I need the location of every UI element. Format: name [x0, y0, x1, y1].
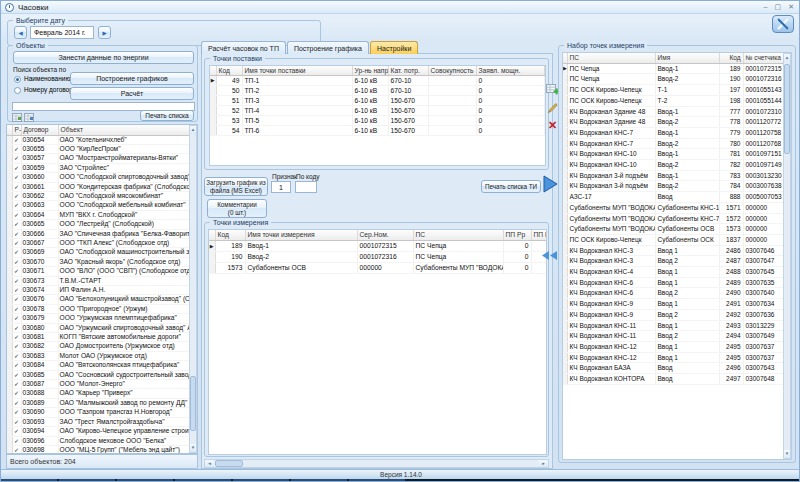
object-row[interactable]: ✓030684ОАО "Вятскополянская птицефабрика… — [7, 361, 191, 370]
object-row[interactable]: ✓030693ЗАО "Трест Ямалстройгаздобыча" — [7, 417, 191, 426]
object-row[interactable]: ✓030661ООО "Кондитерская фабрика" (Слобо… — [7, 182, 191, 191]
object-row[interactable]: ✓030687ООО "Молот-Энерго" — [7, 380, 191, 389]
object-row[interactable]: ✓030688ОАО "Карьер "Приверх" — [7, 389, 191, 398]
grid-small-icon-1[interactable] — [12, 113, 22, 122]
set-row[interactable]: КЧ Водоканал КОНТОРАВвод249703007648 — [563, 374, 785, 385]
calc-button[interactable]: Расчёт — [70, 87, 194, 100]
minimize-icon[interactable]: – — [764, 1, 768, 13]
col-aggregate[interactable]: Совокупность — [428, 66, 476, 76]
priznak-input[interactable]: 1 — [271, 181, 291, 193]
scroll-down-icon[interactable]: ▼ — [190, 444, 196, 452]
set-row[interactable]: КЧ Водоканал КНС-6Ввод 2249003007640 — [563, 288, 785, 299]
object-row[interactable]: ✓030674ИП Фалин А.Н. — [7, 286, 191, 295]
set-row[interactable]: КЧ Водоканал КНС-10Ввод-27820001097149 — [563, 160, 785, 171]
measure-header-row[interactable]: Код Имя точки измерения Сер.Ном. ПС ПП Р… — [209, 230, 547, 241]
tab-build-graph[interactable]: Построение графика — [287, 41, 369, 54]
col-pp-rr[interactable]: ПП Рр — [503, 230, 531, 241]
tab-calc-hours[interactable]: Расчёт часовок по ТП — [201, 41, 286, 54]
load-graph-button[interactable]: Загрузить график из файла (MS Excel) — [204, 177, 268, 196]
build-graphs-button[interactable]: Построение графиков — [70, 72, 194, 85]
col-contract[interactable]: Договор — [21, 125, 58, 135]
object-row[interactable]: ✓030679ООО "Уржумская племптицефабрика" — [7, 314, 191, 323]
object-row[interactable]: ✓030678ООО "Пригородное" (Уржум) — [7, 304, 191, 313]
set-row[interactable]: КЧ Водоканал КНС-11Ввод 1249303013229 — [563, 320, 785, 331]
set-row[interactable]: АЗС-17Ввод8880005007053 — [563, 192, 785, 203]
tools-button[interactable] — [772, 15, 794, 33]
col-code[interactable]: Код — [216, 66, 242, 76]
set-row[interactable]: КЧ Водоканал КНС-4Ввод 1248803007645 — [563, 267, 785, 278]
object-row[interactable]: ✓030654ОАО "Котельничхлеб" — [7, 135, 191, 144]
object-row[interactable]: ✓030664МУП "ВКХ г. Слободской" — [7, 210, 191, 219]
scroll-up-icon[interactable]: ▲ — [784, 54, 790, 62]
supply-row[interactable]: ▶49ТП-16-10 кВ670-100 — [210, 76, 545, 86]
print-list-button[interactable]: Печать списка — [140, 110, 194, 121]
object-row[interactable]: ✓030689ОАО "Малмыжский завод по ремонту … — [7, 398, 191, 407]
object-row[interactable]: ✓030662ОАО "Слободской мясокомбинат" — [7, 191, 191, 200]
object-row[interactable]: ✓030655ООО "КирЛесПром" — [7, 144, 191, 153]
col-name[interactable]: Имя — [655, 53, 719, 63]
object-row[interactable]: ✓030671ООО "ВЛО" (ООО "СВП") (Слободское… — [7, 267, 191, 276]
col-checked[interactable]: Р-т — [12, 125, 21, 135]
tab-settings[interactable]: Настройки — [370, 41, 418, 54]
object-row[interactable]: ✓030670ЗАО "Красный якорь" (Слободское о… — [7, 257, 191, 266]
col-ps[interactable]: ПС — [413, 230, 503, 241]
comments-button[interactable]: Комментарии (0 шт.) — [207, 199, 267, 218]
set-row[interactable]: КЧ Водоканал КНС-11Ввод 2249403007649 — [563, 331, 785, 342]
supply-row[interactable]: 53ТП-56-10 кВ150-6700 — [210, 116, 545, 126]
set-row[interactable]: КЧ Водоканал КНС-3Ввод 1248603007646 — [563, 245, 785, 256]
set-row[interactable]: Субабоненты МУП "ВОДОКАНАЛ" гСубабоненты… — [563, 224, 785, 235]
set-row[interactable]: КЧ Водоканал КНС-9Ввод 2249203007636 — [563, 309, 785, 320]
col-supply-name[interactable]: Имя точки поставки — [242, 66, 352, 76]
set-scrollbar[interactable]: ▲ ▼ — [783, 53, 791, 459]
col-measure-name[interactable]: Имя точки измерения — [245, 230, 357, 241]
next-month-button[interactable]: ▶ — [98, 26, 111, 39]
set-row[interactable]: ПС ОСК Кирово-ЧепецкСубабоненты ОСК18370… — [563, 234, 785, 245]
measure-hscrollbar[interactable]: ◄ ► — [204, 459, 549, 468]
set-row[interactable]: КЧ Водоканал КНС-10Ввод-17810001097151 — [563, 149, 785, 160]
set-row[interactable]: КЧ Водоканал КНС-12Ввод 1249503007637 — [563, 352, 785, 363]
radio-by-name[interactable]: Наименованию — [14, 75, 70, 83]
col-pp-ro[interactable]: ПП Ро — [531, 230, 547, 241]
object-row[interactable]: ✓030683Молот ОАО (Уржумское отд) — [7, 351, 191, 360]
set-row[interactable]: КЧ Водоканал 3-й подъёмВвод-278400030076… — [563, 181, 785, 192]
object-row[interactable]: ✓030660ООО "Слободской спиртоводочный за… — [7, 173, 191, 182]
object-row[interactable]: ✓030673Т.В.М.-СТАРТ — [7, 276, 191, 285]
col-serial[interactable]: Сер.Ном. — [357, 230, 413, 241]
supply-row[interactable]: 54ТП-66-10 кВ150-6700 — [210, 126, 545, 136]
col-code[interactable]: Код — [215, 230, 245, 241]
set-row[interactable]: ПС ЧепцаВвод-21900001072316 — [563, 74, 785, 85]
print-ti-button[interactable]: Печать списка ТИ — [481, 180, 541, 193]
object-row[interactable]: ✓030690ООО "Газпром трансгаз Н.Новгород" — [7, 408, 191, 417]
scroll-up-icon[interactable]: ▲ — [190, 126, 196, 134]
set-row[interactable]: ПС ОСК Кирово-ЧепецкТ-11970001055143 — [563, 85, 785, 96]
scroll-right-icon[interactable]: ► — [539, 460, 548, 467]
set-row[interactable]: КЧ Водоканал Здание 48Ввод-2778000112077… — [563, 117, 785, 128]
enter-energy-button[interactable]: Занести данные по энергии — [13, 51, 194, 64]
objects-header-row[interactable]: Р-т Договор Объект — [7, 125, 191, 135]
scroll-left-icon[interactable]: ◄ — [205, 460, 214, 467]
grid-small-icon-2[interactable] — [24, 113, 34, 122]
object-row[interactable]: ✓030696Слободское меховое ООО "Белка" — [7, 436, 191, 445]
date-field[interactable]: Февраль 2014 г. — [30, 26, 94, 39]
set-row[interactable]: КЧ Водоканал КНС-12Ввод 1249503007637 — [563, 341, 785, 352]
object-row[interactable]: ✓030663ООО "Слободской мебельный комбина… — [7, 201, 191, 210]
col-counter[interactable]: № счетчика — [743, 53, 785, 63]
object-row[interactable]: ✓030698ООО "МЦ-5 Групп" ("Мебель энд цай… — [7, 445, 191, 454]
set-row[interactable]: КЧ Водоканал КНС-7Ввод-17790001120758 — [563, 127, 785, 138]
set-row[interactable]: КЧ Водоканал КНС-6Ввод 1248903007635 — [563, 277, 785, 288]
set-row[interactable]: ▶ПС ЧепцаВвод-11890001072315 — [563, 63, 785, 74]
object-row[interactable]: ✓030659ЗАО "Стройлес" — [7, 163, 191, 172]
set-row[interactable]: КЧ Водоканал КНС-7Ввод-27800001120768 — [563, 138, 785, 149]
measure-row[interactable]: 190Ввод-20001072316ПС Чепца00 — [209, 252, 547, 263]
col-voltage[interactable]: Ур-нь напр. — [352, 66, 388, 76]
run-button[interactable] — [542, 174, 559, 194]
col-code[interactable]: Код — [719, 53, 743, 63]
col-ps[interactable]: ПС — [567, 53, 655, 63]
set-row[interactable]: КЧ Водоканал КНС-3Ввод 2248703007647 — [563, 256, 785, 267]
object-row[interactable]: ✓030666ЗАО "Спичечная фабрика "Белка-Фав… — [7, 229, 191, 238]
set-row[interactable]: КЧ Водоканал Здание 48Ввод-1777000107231… — [563, 106, 785, 117]
col-consumer-cat[interactable]: Кат. потр. — [388, 66, 428, 76]
object-row[interactable]: ✓030681КОГП "Вятские автомобильные дорог… — [7, 333, 191, 342]
object-row[interactable]: ✓030669ОАО "Слободской машиностроительны… — [7, 248, 191, 257]
scroll-down-icon[interactable]: ▼ — [784, 450, 790, 458]
